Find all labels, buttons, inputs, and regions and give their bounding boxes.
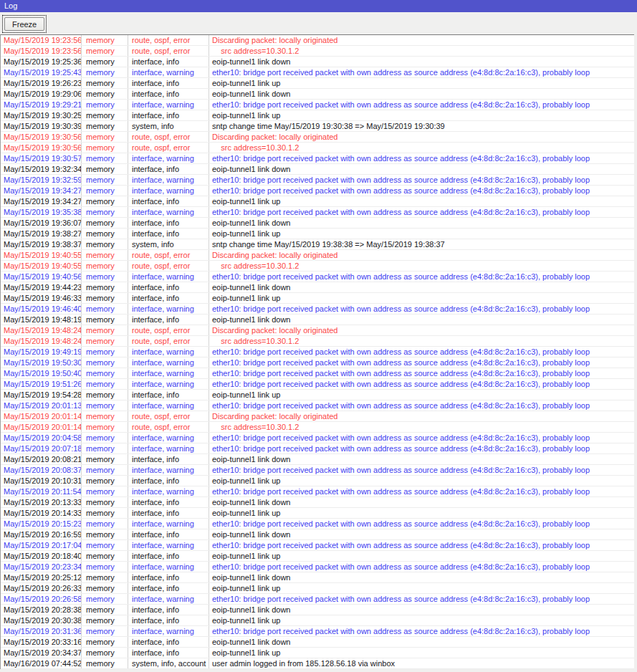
log-row-message: ether10: bridge port received packet wit…	[209, 465, 634, 475]
log-row[interactable]: May/16/2019 07:44:52 memory system, info…	[1, 658, 634, 669]
log-row[interactable]: May/15/2019 19:29:21 memory interface, w…	[1, 100, 634, 110]
log-row[interactable]: May/15/2019 19:46:33 memory interface, i…	[1, 293, 634, 304]
log-row[interactable]: May/15/2019 19:48:24 memory route, ospf,…	[1, 325, 634, 336]
log-row-topics: route, ospf, error	[128, 411, 209, 421]
log-row-buffer: memory	[82, 272, 128, 282]
log-row[interactable]: May/15/2019 19:30:56 memory route, ospf,…	[1, 132, 634, 143]
log-row[interactable]: May/15/2019 20:10:31 memory interface, i…	[1, 476, 634, 486]
log-row[interactable]: May/15/2019 19:44:23 memory interface, i…	[1, 282, 634, 293]
log-row-message: ether10: bridge port received packet wit…	[209, 67, 634, 77]
log-row[interactable]: May/15/2019 20:14:33 memory interface, i…	[1, 508, 634, 519]
log-row[interactable]: May/15/2019 19:50:40 memory interface, w…	[1, 368, 634, 379]
log-row[interactable]: May/15/2019 20:01:13 memory interface, w…	[1, 400, 634, 411]
log-row-topics: route, ospf, error	[128, 46, 209, 56]
log-row[interactable]: May/15/2019 20:13:33 memory interface, i…	[1, 497, 634, 508]
log-row-buffer: memory	[82, 282, 128, 292]
log-row[interactable]: May/15/2019 20:26:33 memory interface, i…	[1, 583, 634, 594]
log-row[interactable]: May/15/2019 19:46:40 memory interface, w…	[1, 304, 634, 315]
log-row[interactable]: May/15/2019 19:32:34 memory interface, i…	[1, 164, 634, 175]
log-row-time: May/15/2019 20:14:33	[1, 508, 82, 518]
log-row[interactable]: May/15/2019 19:30:56 memory route, ospf,…	[1, 143, 634, 153]
log-row[interactable]: May/15/2019 20:28:38 memory interface, i…	[1, 605, 634, 615]
log-row-time: May/15/2019 20:01:13	[1, 400, 82, 411]
log-row[interactable]: May/15/2019 19:29:06 memory interface, i…	[1, 89, 634, 100]
log-row[interactable]: May/15/2019 19:23:56 memory route, ospf,…	[1, 46, 634, 57]
log-row[interactable]: May/15/2019 19:32:59 memory interface, w…	[1, 175, 634, 186]
log-row-message: ether10: bridge port received packet wit…	[209, 368, 634, 378]
log-table[interactable]: May/15/2019 19:23:56 memory route, ospf,…	[0, 34, 634, 669]
log-row-time: May/15/2019 19:48:24	[1, 325, 82, 335]
log-row-time: May/15/2019 19:46:40	[1, 304, 82, 314]
log-row[interactable]: May/15/2019 20:25:12 memory interface, i…	[1, 572, 634, 583]
log-row[interactable]: May/15/2019 19:40:55 memory route, ospf,…	[1, 261, 634, 272]
log-row[interactable]: May/15/2019 20:34:37 memory interface, i…	[1, 648, 634, 658]
log-row-topics: interface, warning	[128, 100, 209, 110]
log-row[interactable]: May/15/2019 19:30:57 memory interface, w…	[1, 153, 634, 164]
log-row-time: May/15/2019 19:30:56	[1, 143, 82, 153]
log-row[interactable]: May/15/2019 20:31:36 memory interface, w…	[1, 626, 634, 637]
log-row-topics: interface, warning	[128, 368, 209, 378]
log-row[interactable]: May/15/2019 19:25:36 memory interface, i…	[1, 57, 634, 67]
log-row-message: ether10: bridge port received packet wit…	[209, 207, 634, 217]
log-row[interactable]: May/15/2019 19:30:25 memory interface, i…	[1, 110, 634, 121]
window-titlebar[interactable]: Log	[0, 0, 637, 12]
log-row-time: May/15/2019 20:13:33	[1, 497, 82, 507]
log-row[interactable]: May/15/2019 19:23:56 memory route, ospf,…	[1, 35, 634, 46]
log-row[interactable]: May/15/2019 19:30:39 memory system, info…	[1, 121, 634, 132]
log-row[interactable]: May/15/2019 19:48:19 memory interface, i…	[1, 315, 634, 325]
log-row[interactable]: May/15/2019 19:54:28 memory interface, i…	[1, 390, 634, 400]
log-row-time: May/15/2019 20:11:54	[1, 486, 82, 496]
log-row[interactable]: May/15/2019 19:40:56 memory interface, w…	[1, 272, 634, 282]
log-row-message: eoip-tunnel1 link up	[209, 615, 634, 625]
log-row[interactable]: May/15/2019 19:36:07 memory interface, i…	[1, 218, 634, 229]
log-row-topics: interface, info	[128, 229, 209, 239]
log-row[interactable]: May/15/2019 20:07:18 memory interface, w…	[1, 443, 634, 454]
log-row-buffer: memory	[82, 486, 128, 496]
log-row[interactable]: May/15/2019 20:01:14 memory route, ospf,…	[1, 422, 634, 433]
log-row-buffer: memory	[82, 132, 128, 142]
log-row-topics: interface, info	[128, 89, 209, 99]
log-row[interactable]: May/15/2019 20:04:58 memory interface, w…	[1, 433, 634, 443]
log-row[interactable]: May/15/2019 19:34:27 memory interface, w…	[1, 186, 634, 196]
log-row[interactable]: May/15/2019 20:17:04 memory interface, w…	[1, 540, 634, 551]
log-row-time: May/15/2019 20:33:16	[1, 637, 82, 647]
log-row-buffer: memory	[82, 411, 128, 421]
log-row[interactable]: May/15/2019 19:50:30 memory interface, w…	[1, 357, 634, 368]
log-row-message: Discarding packet: locally originated	[209, 250, 634, 260]
log-row[interactable]: May/15/2019 20:15:23 memory interface, w…	[1, 519, 634, 529]
log-row[interactable]: May/15/2019 19:26:23 memory interface, i…	[1, 78, 634, 89]
log-row[interactable]: May/15/2019 19:40:55 memory route, ospf,…	[1, 250, 634, 261]
log-row-time: May/15/2019 19:29:06	[1, 89, 82, 99]
log-row[interactable]: May/15/2019 19:49:19 memory interface, w…	[1, 347, 634, 357]
log-row[interactable]: May/15/2019 19:34:27 memory interface, i…	[1, 196, 634, 207]
log-row-message: eoip-tunnel1 link down	[209, 497, 634, 507]
log-row[interactable]: May/15/2019 20:16:59 memory interface, i…	[1, 529, 634, 540]
log-row[interactable]: May/15/2019 20:18:40 memory interface, i…	[1, 551, 634, 562]
log-row[interactable]: May/15/2019 20:33:16 memory interface, i…	[1, 637, 634, 648]
log-row-time: May/15/2019 19:38:27	[1, 229, 82, 239]
log-row[interactable]: May/15/2019 20:08:21 memory interface, i…	[1, 454, 634, 465]
log-row-topics: interface, warning	[128, 486, 209, 496]
log-row[interactable]: May/15/2019 19:35:38 memory interface, w…	[1, 207, 634, 218]
freeze-button[interactable]: Freeze	[4, 17, 44, 31]
log-row-message: ether10: bridge port received packet wit…	[209, 486, 634, 496]
log-row[interactable]: May/15/2019 20:26:58 memory interface, w…	[1, 594, 634, 605]
log-row[interactable]: May/15/2019 20:11:54 memory interface, w…	[1, 486, 634, 497]
log-row-time: May/15/2019 20:01:14	[1, 411, 82, 421]
log-row-topics: interface, info	[128, 390, 209, 400]
log-row[interactable]: May/15/2019 20:01:14 memory route, ospf,…	[1, 411, 634, 422]
log-row[interactable]: May/15/2019 19:48:24 memory route, ospf,…	[1, 336, 634, 347]
log-row[interactable]: May/15/2019 19:51:26 memory interface, w…	[1, 379, 634, 390]
log-row-time: May/15/2019 20:08:21	[1, 454, 82, 464]
log-row[interactable]: May/15/2019 20:30:38 memory interface, i…	[1, 615, 634, 626]
log-row-topics: interface, warning	[128, 347, 209, 357]
log-row-time: May/15/2019 19:40:55	[1, 261, 82, 271]
log-row-buffer: memory	[82, 207, 128, 217]
log-row[interactable]: May/15/2019 20:08:37 memory interface, w…	[1, 465, 634, 476]
log-row[interactable]: May/15/2019 19:38:27 memory interface, i…	[1, 229, 634, 239]
log-row-message: ether10: bridge port received packet wit…	[209, 175, 634, 185]
log-row[interactable]: May/15/2019 19:38:37 memory system, info…	[1, 239, 634, 250]
log-row[interactable]: May/15/2019 20:23:34 memory interface, w…	[1, 562, 634, 572]
log-row[interactable]: May/15/2019 19:25:43 memory interface, w…	[1, 67, 634, 78]
log-row-time: May/15/2019 20:17:04	[1, 540, 82, 550]
